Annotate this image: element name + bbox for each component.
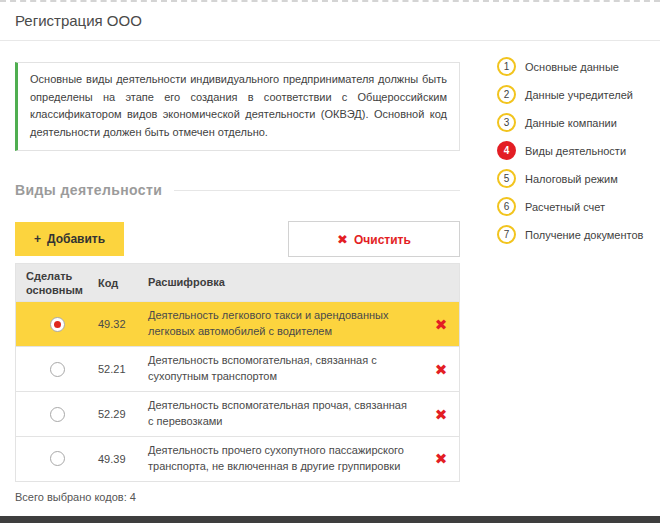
stepper-item-5[interactable]: 5 Налоговый режим [497,169,643,188]
radio-dot [54,321,61,328]
progress-stepper: 1 Основные данные 2 Данные учредителей 3… [497,57,643,523]
make-primary-radio[interactable] [50,317,65,332]
make-primary-radio[interactable] [50,407,65,422]
row-description: Деятельность вспомогательная прочая, свя… [148,392,423,436]
section-title: Виды деятельности [15,182,162,198]
make-primary-radio[interactable] [50,451,65,466]
table-row: 49.39 Деятельность прочего сухопутного п… [16,436,459,481]
section-divider [174,190,460,191]
main-column: Основные виды деятельности индивидуально… [15,62,460,523]
delete-icon[interactable]: ✖ [435,361,448,378]
header-make-primary: Сделать основным [16,269,98,298]
content: Основные виды деятельности индивидуально… [15,62,660,523]
step-label: Налоговый режим [525,173,618,185]
row-description: Деятельность вспомогательная, связанная … [148,347,423,391]
table-row: 52.21 Деятельность вспомогательная, связ… [16,346,459,391]
header-description: Расшифровка [148,269,423,297]
section-header: Виды деятельности [15,182,460,198]
row-code: 49.32 [98,318,148,330]
step-number-circle: 1 [497,57,516,76]
info-box-text: Основные виды деятельности индивидуально… [30,73,447,138]
table-row: 49.32 Деятельность легкового такси и аре… [16,301,459,346]
step-number-circle: 7 [497,225,516,244]
step-number: 5 [504,173,510,184]
stepper-item-1[interactable]: 1 Основные данные [497,57,643,76]
stepper-item-6[interactable]: 6 Расчетный счет [497,197,643,216]
delete-icon[interactable]: ✖ [435,450,448,467]
step-label: Виды деятельности [525,145,626,157]
table-actions: +Добавить ✖Очистить [15,221,460,257]
table-header-row: Сделать основным Код Расшифровка [16,264,459,301]
step-label: Получение документов [525,229,643,241]
step-number: 3 [504,117,510,128]
row-code: 49.39 [98,453,148,465]
selected-codes-summary: Всего выбрано кодов: 4 [15,491,460,503]
stepper-item-4[interactable]: 4 Виды деятельности [497,141,643,160]
row-code: 52.21 [98,363,148,375]
step-number-circle: 2 [497,85,516,104]
delete-icon[interactable]: ✖ [435,316,448,333]
step-number-circle: 6 [497,197,516,216]
step-label: Данные компании [525,117,617,129]
delete-icon[interactable]: ✖ [435,406,448,423]
add-activity-button[interactable]: +Добавить [15,222,124,256]
footer-bar [0,516,660,523]
row-description: Деятельность прочего сухопутного пассажи… [148,437,423,481]
registration-page: Регистрация ООО Основные виды деятельнос… [0,0,660,523]
make-primary-radio[interactable] [50,362,65,377]
step-number: 7 [504,229,510,240]
step-number: 1 [504,61,510,72]
stepper-item-2[interactable]: 2 Данные учредителей [497,85,643,104]
clear-all-button[interactable]: ✖Очистить [288,221,460,257]
header-code: Код [98,277,148,289]
title-divider [0,40,660,41]
step-label: Расчетный счет [525,201,605,213]
table-row: 52.29 Деятельность вспомогательная проча… [16,391,459,436]
activity-codes-table: Сделать основным Код Расшифровка 49.32 Д… [15,263,460,482]
stepper-item-3[interactable]: 3 Данные компании [497,113,643,132]
row-code: 52.29 [98,408,148,420]
page-title: Регистрация ООО [15,12,645,29]
step-number-circle: 3 [497,113,516,132]
clear-button-label: Очистить [354,233,411,247]
step-number-circle: 4 [497,141,516,160]
plus-icon: + [34,232,41,246]
step-label: Данные учредителей [525,89,633,101]
step-number-circle: 5 [497,169,516,188]
row-description: Деятельность легкового такси и арендован… [148,302,423,346]
step-number: 4 [504,145,510,156]
add-button-label: Добавить [47,232,105,246]
clear-x-icon: ✖ [337,232,348,247]
step-number: 2 [504,89,510,100]
step-label: Основные данные [525,61,619,73]
stepper-item-7[interactable]: 7 Получение документов [497,225,643,244]
step-number: 6 [504,201,510,212]
info-box: Основные виды деятельности индивидуально… [15,62,460,151]
activity-table-body: 49.32 Деятельность легкового такси и аре… [16,301,459,481]
